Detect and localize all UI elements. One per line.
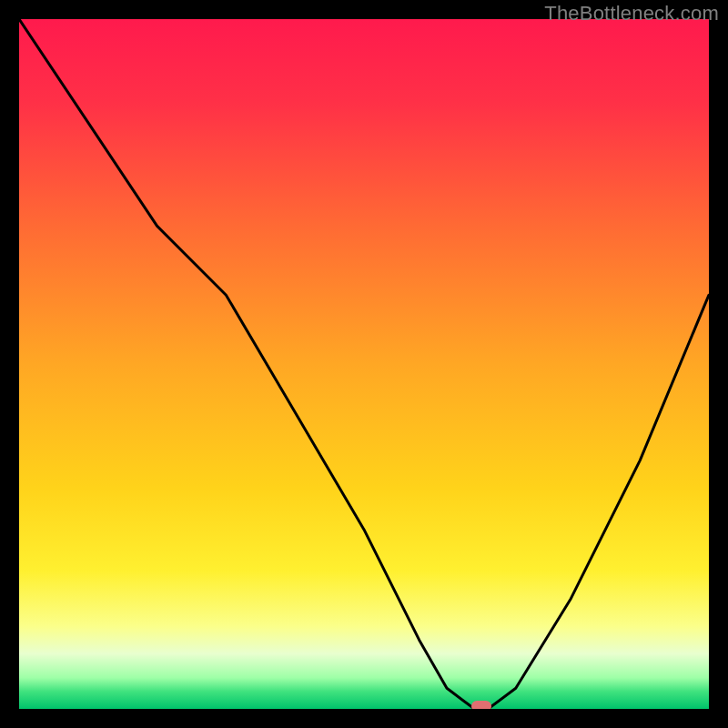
curve-svg: [19, 19, 709, 709]
chart-frame: TheBottleneck.com: [0, 0, 728, 728]
optimum-marker: [471, 701, 491, 709]
watermark-text: TheBottleneck.com: [544, 2, 719, 25]
curve-line: [19, 19, 709, 709]
plot-area: [19, 19, 709, 709]
